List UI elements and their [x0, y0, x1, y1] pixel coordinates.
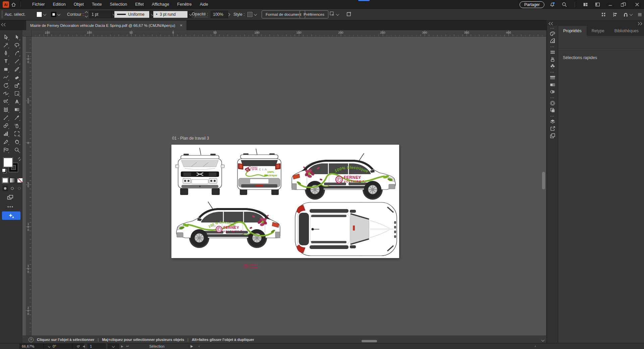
swap-fill-stroke-icon[interactable] [17, 156, 21, 162]
direct-selection-tool[interactable] [13, 33, 21, 41]
panel-group-grip[interactable] [550, 72, 554, 73]
print-tiling-tool[interactable] [2, 146, 10, 154]
menu-item[interactable]: Sélection [106, 0, 131, 9]
generative-ai-button[interactable] [2, 211, 20, 220]
draw-inside-mode-icon[interactable] [16, 186, 22, 191]
stroke-weight-value[interactable]: 1 pt [89, 11, 111, 18]
curvature-tool[interactable] [13, 49, 21, 57]
free-transform-tool[interactable] [13, 89, 21, 97]
transparency-panel-icon[interactable] [548, 88, 556, 95]
minimize-button[interactable] [605, 1, 615, 9]
zoom-level-field[interactable]: 66,67% [19, 344, 44, 349]
rotation-field[interactable]: 0° [50, 344, 72, 349]
shaper-tool[interactable] [2, 73, 10, 81]
new-document-star-icon[interactable] [346, 11, 352, 18]
stroke-color-dropdown[interactable] [56, 11, 61, 18]
stroke-panel-icon[interactable] [548, 74, 556, 81]
artboard-name-label[interactable]: 01 - Plan de travail 3 [172, 136, 209, 141]
tab-bibliotheques[interactable]: Bibliothèques [609, 26, 644, 36]
first-artboard-icon[interactable]: ⏮ [77, 344, 80, 348]
style-dropdown[interactable] [253, 11, 258, 18]
share-button[interactable]: Partager [520, 1, 544, 8]
car-rear-view[interactable]: DACIA FERNEY VOLTAIRE 100% Électrique [237, 149, 281, 195]
status-play-icon[interactable]: ▶ [191, 344, 193, 348]
snap-options-icon[interactable] [621, 11, 630, 18]
pasteboard-logo-object[interactable]: FERNEY VOLTAIRE [244, 263, 262, 269]
opacity-value-field[interactable]: 100% [211, 11, 228, 18]
draw-behind-mode-icon[interactable] [9, 186, 15, 191]
mesh-tool[interactable] [2, 105, 10, 113]
car-top-view[interactable] [295, 202, 397, 256]
fill-swatch[interactable] [3, 158, 13, 167]
vertical-ruler[interactable]: 10050050100150200 [26, 36, 32, 336]
width-tool[interactable] [2, 89, 10, 97]
rotate-tool[interactable] [2, 81, 10, 89]
perspective-grid-tool[interactable] [13, 97, 21, 105]
default-fill-stroke-icon[interactable] [2, 168, 6, 172]
tab-close-icon[interactable]: × [180, 23, 182, 28]
type-tool[interactable]: T [2, 57, 10, 65]
shape-builder-tool[interactable] [2, 97, 10, 105]
scroll-right-icon[interactable]: › [535, 344, 536, 348]
magic-wand-tool[interactable] [2, 41, 10, 49]
gradient-button[interactable] [10, 178, 15, 183]
ruler-origin-corner[interactable] [22, 30, 32, 37]
stroke-weight-stepper[interactable] [85, 11, 89, 18]
fill-color-swatch[interactable] [36, 11, 42, 17]
document-tab[interactable]: Mairie de Ferney Décoration véhicule Dac… [26, 20, 186, 30]
options-bar-grip[interactable] [1, 11, 3, 18]
workspace-switcher-icon[interactable] [581, 1, 590, 8]
color-guide-panel-icon[interactable] [548, 37, 556, 44]
opacity-options-chevron[interactable] [227, 13, 230, 16]
canvas-area[interactable]: 15010050050100150200250300350400 1005005… [22, 30, 546, 343]
panel-group-grip[interactable] [550, 28, 554, 29]
artboard[interactable]: DACIA FERNEY VOLTAIRE 100% Électrique [171, 145, 399, 258]
export-panel-icon[interactable] [548, 125, 556, 132]
stroke-color-swatch[interactable] [51, 12, 56, 17]
style-swatch[interactable] [247, 11, 253, 17]
brush-definition-dropdown[interactable]: • 3 pt rund [153, 11, 188, 18]
color-panel-icon[interactable] [548, 30, 556, 37]
snap-options-chevron[interactable] [630, 12, 633, 16]
blend-tool[interactable] [2, 121, 10, 130]
next-artboard-icon[interactable]: ▶ [121, 345, 124, 348]
symbols-panel-icon[interactable] [548, 63, 556, 70]
pen-tool[interactable] [2, 49, 10, 57]
column-graph-tool[interactable] [2, 130, 10, 138]
fill-color-dropdown[interactable] [42, 11, 47, 18]
scale-tool[interactable] [13, 81, 21, 89]
control-panel-menu-icon[interactable] [635, 11, 644, 18]
tab-proprietes[interactable]: Propriétés [558, 26, 587, 36]
car-front-view[interactable] [175, 148, 224, 195]
opacity-label[interactable]: Opacité : [192, 12, 208, 17]
vertical-scrollbar-thumb[interactable] [542, 172, 545, 189]
horizontal-scrollbar-thumb[interactable] [362, 340, 377, 342]
scroll-left-icon[interactable]: ‹ [199, 344, 200, 348]
brushes-panel-icon[interactable] [548, 56, 556, 63]
last-artboard-icon[interactable]: ⏭ [126, 344, 129, 348]
menu-item[interactable]: Fenêtre [173, 0, 196, 9]
stroke-profile-dropdown[interactable]: Uniforme [114, 11, 150, 18]
lasso-tool[interactable] [13, 41, 21, 49]
slice-tool[interactable] [2, 138, 10, 146]
appearance-panel-icon[interactable] [548, 100, 556, 107]
select-similar-chevron[interactable] [335, 11, 340, 18]
draw-normal-mode-icon[interactable] [2, 186, 8, 191]
panel-group-grip[interactable] [550, 116, 554, 117]
rectangle-tool[interactable] [2, 65, 10, 73]
color-button[interactable] [2, 178, 8, 183]
notifications-bell-icon[interactable] [548, 1, 556, 8]
menu-item[interactable]: Objet [70, 0, 88, 9]
home-icon[interactable] [9, 1, 18, 8]
panel-group-grip[interactable] [550, 46, 554, 47]
zoom-tool[interactable] [13, 146, 21, 154]
line-segment-tool[interactable] [13, 57, 21, 65]
document-setup-button[interactable]: Format de document [262, 10, 305, 18]
screen-mode-icon[interactable] [7, 194, 13, 202]
tab-retype[interactable]: Retype [587, 26, 609, 36]
scroll-down-icon[interactable] [542, 338, 544, 342]
edit-toolbar-icon[interactable]: ••• [7, 205, 14, 209]
eyedropper-tool[interactable] [13, 113, 21, 121]
none-button[interactable] [17, 178, 23, 183]
eraser-tool[interactable] [13, 73, 21, 81]
